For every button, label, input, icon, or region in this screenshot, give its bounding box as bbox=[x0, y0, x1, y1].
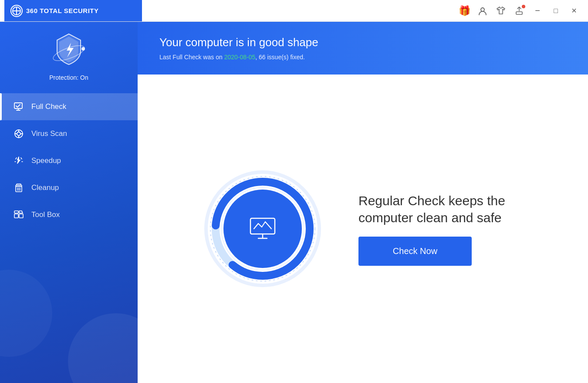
title-bar: 360 TOTAL SECURITY 🎁 bbox=[0, 0, 588, 22]
check-now-button[interactable]: Check Now bbox=[358, 237, 472, 266]
svg-rect-7 bbox=[14, 103, 22, 108]
close-button[interactable]: × bbox=[566, 3, 582, 19]
app-branding: 360 TOTAL SECURITY bbox=[4, 0, 142, 21]
svg-rect-4 bbox=[516, 12, 522, 14]
sidebar-item-virus-scan[interactable]: Virus Scan bbox=[0, 120, 138, 147]
app-logo-icon bbox=[10, 5, 23, 17]
last-check-date: 2020-08-05 bbox=[224, 54, 256, 61]
svg-rect-24 bbox=[14, 211, 18, 213]
skin-button[interactable] bbox=[493, 3, 509, 19]
sidebar: Protection: On Full Check bbox=[0, 22, 138, 383]
svg-rect-22 bbox=[14, 214, 18, 218]
user-icon bbox=[478, 6, 487, 16]
gift-button[interactable]: 🎁 bbox=[456, 3, 472, 19]
sidebar-item-tool-box[interactable]: Tool Box bbox=[0, 201, 138, 228]
app-title: 360 TOTAL SECURITY bbox=[26, 7, 99, 14]
title-bar-controls: 🎁 − □ bbox=[142, 3, 584, 19]
full-check-icon bbox=[13, 101, 24, 112]
sidebar-item-cleanup[interactable]: Cleanup bbox=[0, 174, 138, 201]
main-layout: Protection: On Full Check bbox=[0, 22, 588, 383]
subtitle-prefix: Last Full Check was on bbox=[159, 54, 224, 61]
close-icon: × bbox=[571, 6, 577, 16]
cleanup-icon bbox=[13, 182, 24, 193]
nav-menu: Full Check Virus Scan bbox=[0, 93, 138, 228]
minimize-button[interactable]: − bbox=[530, 3, 545, 19]
sidebar-item-label-virus-scan: Virus Scan bbox=[31, 129, 67, 138]
svg-point-6 bbox=[81, 47, 85, 51]
maximize-icon: □ bbox=[554, 7, 558, 15]
monitor-icon bbox=[250, 217, 276, 240]
donut-center bbox=[223, 190, 302, 268]
status-title: Your computer is in good shape bbox=[159, 36, 566, 49]
cta-section: Regular Check keeps the computer clean a… bbox=[358, 192, 524, 266]
sidebar-item-label-speedup: Speedup bbox=[31, 156, 61, 165]
status-banner: Your computer is in good shape Last Full… bbox=[138, 22, 588, 75]
svg-rect-17 bbox=[17, 184, 21, 185]
status-subtitle: Last Full Check was on 2020-08-05, 66 is… bbox=[159, 54, 566, 61]
speedup-icon bbox=[13, 155, 24, 166]
tool-box-icon bbox=[13, 209, 24, 220]
protection-status: Protection: On bbox=[49, 74, 88, 81]
sidebar-item-full-check[interactable]: Full Check bbox=[0, 93, 138, 120]
update-button[interactable] bbox=[511, 3, 527, 19]
donut-chart bbox=[202, 168, 324, 290]
gift-icon: 🎁 bbox=[459, 5, 470, 17]
maximize-button[interactable]: □ bbox=[548, 3, 564, 19]
subtitle-suffix: , 66 issue(s) fixed. bbox=[255, 54, 305, 61]
content-body: Regular Check keeps the computer clean a… bbox=[138, 75, 588, 383]
svg-point-3 bbox=[481, 8, 484, 11]
sidebar-item-label-tool-box: Tool Box bbox=[31, 210, 60, 219]
notification-dot bbox=[522, 5, 525, 8]
cta-heading: Regular Check keeps the computer clean a… bbox=[358, 192, 524, 226]
sidebar-item-speedup[interactable]: Speedup bbox=[0, 147, 138, 174]
user-button[interactable] bbox=[475, 3, 490, 19]
shield-icon bbox=[49, 31, 88, 70]
virus-scan-icon bbox=[13, 128, 24, 139]
shirt-icon bbox=[496, 6, 506, 16]
content-area: Your computer is in good shape Last Full… bbox=[138, 22, 588, 383]
svg-point-11 bbox=[17, 132, 20, 136]
svg-rect-23 bbox=[19, 214, 23, 218]
shield-container: Protection: On bbox=[49, 31, 88, 81]
sidebar-item-label-full-check: Full Check bbox=[31, 102, 66, 111]
minimize-icon: − bbox=[535, 6, 540, 16]
sidebar-item-label-cleanup: Cleanup bbox=[31, 183, 59, 192]
